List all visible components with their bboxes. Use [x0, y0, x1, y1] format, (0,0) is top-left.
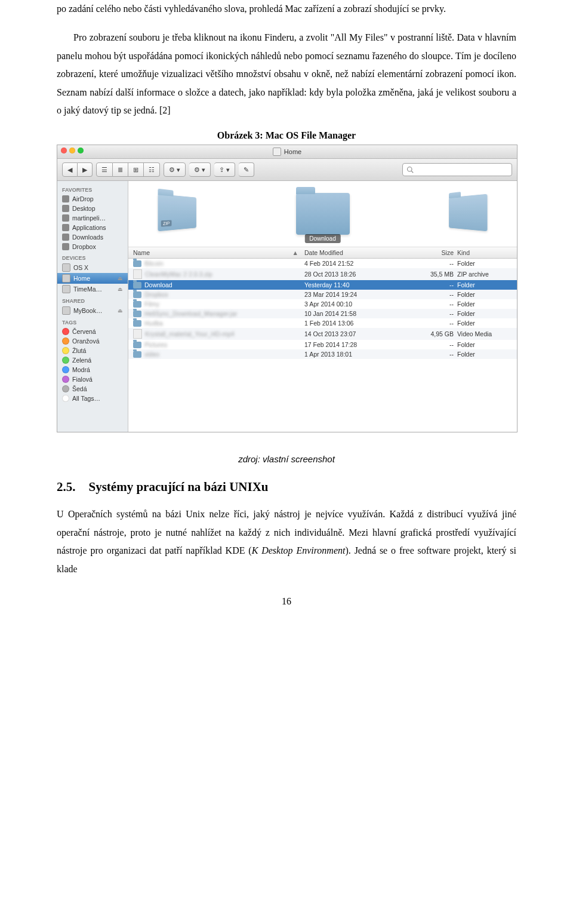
column-size[interactable]: Size — [406, 249, 457, 256]
view-list-button[interactable]: ≣ — [113, 162, 128, 177]
minimize-icon[interactable] — [69, 148, 75, 154]
preview-folder-left — [158, 194, 196, 232]
svg-point-0 — [408, 167, 412, 172]
sidebar: FAVORITES AirDropDesktopmartinpeli…Appli… — [57, 181, 128, 432]
column-name[interactable]: Name▲ — [128, 249, 304, 256]
folder-icon — [133, 301, 141, 308]
traffic-lights[interactable] — [61, 148, 84, 154]
apps-icon — [62, 224, 69, 231]
file-kind: Video Media — [457, 330, 517, 337]
file-kind: Folder — [457, 281, 517, 288]
file-name: CleanMyMac 2 2.0.3.zip — [145, 271, 212, 278]
tag-color-icon — [62, 347, 69, 354]
back-button[interactable]: ◀ — [62, 162, 78, 177]
sidebar-item-airdrop[interactable]: AirDrop — [57, 194, 128, 204]
table-row[interactable]: Filmy3 Apr 2014 00:10--Folder — [128, 299, 517, 309]
table-row[interactable]: video1 Apr 2013 18:01--Folder — [128, 349, 517, 359]
eject-icon[interactable]: ⏏ — [118, 275, 123, 281]
column-date[interactable]: Date Modified — [304, 249, 406, 256]
sidebar-item-label: Červená — [72, 328, 96, 335]
view-icon-button[interactable]: ☰ — [96, 162, 113, 177]
sidebar-tag-modrá[interactable]: Modrá — [57, 365, 128, 374]
search-input[interactable] — [402, 163, 512, 176]
sidebar-favorites-header: FAVORITES — [57, 183, 128, 194]
action-button[interactable]: ⚙ ▾ — [189, 162, 211, 177]
close-icon[interactable] — [61, 148, 67, 154]
sidebar-item-dropbox[interactable]: Dropbox — [57, 242, 128, 251]
share-button[interactable]: ⇪ ▾ — [214, 162, 235, 177]
table-row[interactable]: Hudba1 Feb 2014 13:06--Folder — [128, 318, 517, 328]
table-row[interactable]: HeliSync_Download_Manager.jar10 Jan 2014… — [128, 309, 517, 318]
edit-tags-button[interactable]: ✎ — [239, 162, 254, 177]
page-number: 16 — [57, 596, 516, 607]
column-kind[interactable]: Kind — [457, 249, 517, 256]
sidebar-tag-žlutá[interactable]: Žlutá — [57, 346, 128, 355]
folder-icon — [133, 282, 141, 288]
sidebar-device-timema[interactable]: TimeMa…⏏ — [57, 284, 128, 294]
file-size: -- — [406, 341, 457, 348]
preview-folder-center[interactable] — [296, 193, 350, 235]
sidebar-item-label: All Tags… — [72, 395, 100, 402]
view-buttons: ☰ ≣ ⊞ ☷ — [96, 162, 160, 177]
sidebar-item-martinpeli[interactable]: martinpeli… — [57, 213, 128, 223]
file-kind: Folder — [457, 341, 517, 348]
sidebar-tag-fialová[interactable]: Fialová — [57, 374, 128, 384]
sidebar-device-home[interactable]: Home⏏ — [57, 273, 128, 284]
sidebar-item-label: Žlutá — [72, 347, 86, 354]
sidebar-tag-červená[interactable]: Červená — [57, 327, 128, 336]
file-kind: Folder — [457, 320, 517, 327]
view-cover-button[interactable]: ☷ — [144, 162, 160, 177]
sidebar-shared-header: SHARED — [57, 294, 128, 305]
tag-color-icon — [62, 328, 69, 335]
sidebar-item-desktop[interactable]: Desktop — [57, 204, 128, 213]
file-icon — [133, 329, 142, 339]
sidebar-device-osx[interactable]: OS X — [57, 262, 128, 273]
preview-folder-right — [449, 194, 487, 232]
sidebar-tag-šedá[interactable]: Šedá — [57, 384, 128, 394]
eject-icon[interactable]: ⏏ — [118, 308, 123, 314]
airdrop-icon — [62, 195, 69, 202]
table-row[interactable]: DownloadYesterday 11:40--Folder — [128, 280, 517, 290]
window-title: Home — [284, 148, 301, 155]
dropbox-icon — [62, 243, 69, 250]
sidebar-item-downloads[interactable]: Downloads — [57, 232, 128, 242]
content-area: Download Name▲ Date Modified Size Kind B… — [128, 181, 517, 432]
file-kind: Folder — [457, 300, 517, 308]
folder-icon — [133, 351, 141, 358]
sidebar-item-label: AirDrop — [72, 195, 94, 202]
figure-caption: Obrázek 3: Mac OS File Manager — [57, 130, 516, 141]
table-row[interactable]: Pictures17 Feb 2014 17:28--Folder — [128, 340, 517, 349]
file-name: Download — [144, 281, 172, 288]
sidebar-item-applications[interactable]: Applications — [57, 223, 128, 232]
file-date: 23 Mar 2014 19:24 — [304, 291, 406, 298]
file-name: Pictures — [144, 341, 167, 348]
zoom-icon[interactable] — [78, 148, 84, 154]
file-size: 35,5 MB — [406, 271, 457, 278]
sidebar-shared-mybook[interactable]: MyBook…⏏ — [57, 305, 128, 316]
file-date: 3 Apr 2014 00:10 — [304, 300, 406, 308]
folder-icon — [133, 320, 141, 327]
table-row[interactable]: Bitcoin4 Feb 2014 21:52--Folder — [128, 259, 517, 268]
preview-folder-label: Download — [304, 234, 340, 243]
folder-icon — [133, 260, 141, 267]
forward-button[interactable]: ▶ — [78, 162, 93, 177]
disk-icon — [62, 285, 70, 293]
home-icon — [62, 214, 69, 222]
sidebar-tag-alltags[interactable]: All Tags… — [57, 394, 128, 403]
eject-icon[interactable]: ⏏ — [118, 286, 123, 292]
sidebar-tag-zelená[interactable]: Zelená — [57, 355, 128, 365]
computer-icon — [62, 306, 70, 315]
table-row[interactable]: Krystall_material_Your_HD-mp414 Oct 2013… — [128, 328, 517, 340]
file-size: -- — [406, 310, 457, 317]
file-name: Krystall_material_Your_HD-mp4 — [145, 330, 235, 337]
file-size: -- — [406, 291, 457, 298]
file-name: video — [144, 351, 159, 358]
downloads-icon — [62, 234, 69, 241]
table-row[interactable]: CleanMyMac 2 2.0.3.zip28 Oct 2013 18:263… — [128, 268, 517, 280]
view-column-button[interactable]: ⊞ — [128, 162, 144, 177]
table-row[interactable]: Dropbox23 Mar 2014 19:24--Folder — [128, 290, 517, 299]
tag-color-icon — [62, 376, 69, 383]
sidebar-tag-oranžová[interactable]: Oranžová — [57, 336, 128, 346]
sidebar-item-label: Fialová — [72, 376, 93, 383]
arrange-button[interactable]: ⚙ ▾ — [164, 162, 186, 177]
